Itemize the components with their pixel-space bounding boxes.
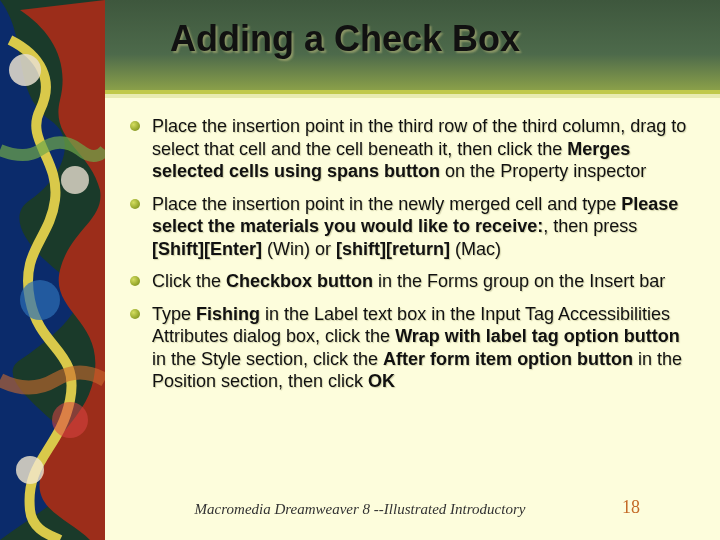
bullet-bold: [shift][return] (336, 239, 450, 259)
footer-text: Macromedia Dreamweaver 8 --Illustrated I… (0, 501, 720, 518)
bullet-item: Place the insertion point in the newly m… (130, 193, 690, 261)
page-number: 18 (622, 497, 640, 518)
svg-point-3 (20, 280, 60, 320)
bullet-text: Place the insertion point in the newly m… (152, 194, 621, 214)
bullet-bold: [Shift][Enter] (152, 239, 262, 259)
bullet-text: on the Property inspector (440, 161, 646, 181)
svg-point-4 (52, 402, 88, 438)
bullet-bold: Checkbox button (226, 271, 373, 291)
content-area: Place the insertion point in the third r… (130, 115, 690, 403)
bullet-text: in the Style section, click the (152, 349, 383, 369)
bullet-item: Type Fishing in the Label text box in th… (130, 303, 690, 393)
bullet-bold: Wrap with label tag option button (395, 326, 680, 346)
bullet-bold: Fishing (196, 304, 260, 324)
side-art (0, 0, 105, 540)
bullet-text: Click the (152, 271, 226, 291)
bullet-text: Type (152, 304, 196, 324)
svg-point-2 (61, 166, 89, 194)
bullet-text: (Mac) (450, 239, 501, 259)
svg-point-1 (9, 54, 41, 86)
bullet-text: , then press (543, 216, 637, 236)
slide: Adding a Check Box Place the insertion p… (0, 0, 720, 540)
slide-title: Adding a Check Box (170, 18, 700, 60)
svg-point-5 (16, 456, 44, 484)
bullet-bold: After form item option button (383, 349, 633, 369)
bullet-text: (Win) or (262, 239, 336, 259)
bullet-item: Place the insertion point in the third r… (130, 115, 690, 183)
bullet-list: Place the insertion point in the third r… (130, 115, 690, 393)
bullet-text: in the Forms group on the Insert bar (373, 271, 665, 291)
bullet-item: Click the Checkbox button in the Forms g… (130, 270, 690, 293)
title-band-underline (105, 94, 720, 98)
bullet-bold: OK (368, 371, 395, 391)
